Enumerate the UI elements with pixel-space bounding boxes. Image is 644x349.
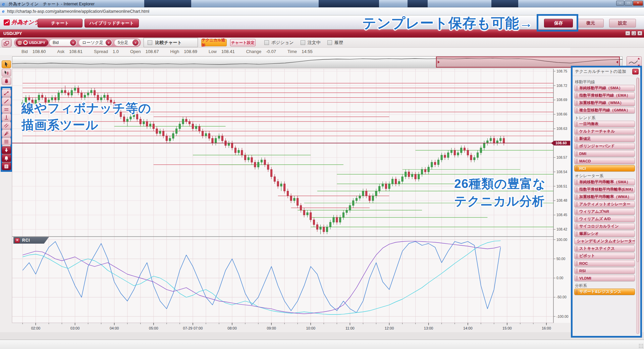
tool-parallel-lines-button[interactable] <box>2 121 11 129</box>
minimize-button[interactable]: – <box>616 1 624 6</box>
quote-value: 1.0 <box>113 49 119 54</box>
tech-indicator-button[interactable]: RCI <box>574 165 635 171</box>
tech-indicator-button[interactable]: アルティメットオシレーター <box>574 201 635 207</box>
tech-indicator-label: VLDMI <box>579 276 591 280</box>
tech-indicator-button[interactable]: ストキャスティクス <box>574 245 635 252</box>
restore-button[interactable]: 復元 <box>578 19 604 28</box>
rci-close-icon[interactable]: × <box>15 238 20 243</box>
tech-indicator-button[interactable]: 指数平滑移動平均乖離率(EMA) <box>574 186 635 193</box>
overlay-checkbox[interactable]: ポジション <box>264 40 294 46</box>
symbol-button[interactable]: USD/JPY <box>16 39 48 46</box>
chart-minimize-icon[interactable]: − <box>625 31 630 36</box>
tech-section-label: トレンド系 <box>575 115 635 120</box>
tech-indicator-button[interactable]: 複合型移動平均線（GMMA） <box>574 107 635 113</box>
price-side-select[interactable]: Bid ∨ <box>49 39 77 46</box>
tech-indicator-label: ピボット <box>579 253 595 258</box>
overlay-checkbox[interactable]: 履歴 <box>327 40 343 46</box>
tech-indicator-button[interactable]: ウィリアムズ%R <box>574 208 635 215</box>
tech-indicator-button[interactable]: 単純移動平均乖離率（SMA） <box>574 179 635 185</box>
tech-indicator-label: DMI <box>579 152 586 156</box>
checkbox-icon[interactable] <box>327 40 332 45</box>
trendline-icon <box>3 90 10 96</box>
tech-indicator-label: RCI <box>579 166 586 170</box>
tech-indicator-label: ROC <box>579 261 588 265</box>
compare-label: 比較チャート <box>155 40 182 46</box>
price-side-value: Bid <box>53 40 59 45</box>
us-flag-icon <box>17 40 22 45</box>
tech-indicator-button[interactable]: 加重移動平均線（WMA） <box>574 100 635 106</box>
scrollbar-thumb[interactable] <box>637 78 639 262</box>
add-technical-button[interactable]: テクニカル追加 <box>201 39 227 46</box>
technical-panel-scrollbar[interactable] <box>636 78 639 334</box>
quote-value: 108.41 <box>221 49 235 54</box>
drag-grip-icon <box>576 93 578 98</box>
chart-settings-button[interactable]: チャート設定 <box>230 39 256 46</box>
tech-indicator-button[interactable]: ボリンジャーバンド <box>574 143 635 149</box>
compare-checkbox[interactable] <box>148 40 152 45</box>
tech-indicator-button[interactable]: 一目均衡表 <box>574 121 635 127</box>
tool-list-panel-button[interactable] <box>2 162 11 170</box>
tech-indicator-button[interactable]: 加重移動平均乖離率（WMA） <box>574 194 635 200</box>
timeframe-select[interactable]: 5分足 ∨ <box>114 39 140 46</box>
tool-compare-window-button[interactable] <box>2 40 11 47</box>
tech-indicator-button[interactable]: ピボット <box>574 253 635 259</box>
logo-icon <box>3 19 10 26</box>
tech-indicator-button[interactable]: サポート&レジスタンス <box>574 289 635 295</box>
tech-indicator-button[interactable]: 篠原レシオ <box>574 231 635 237</box>
checkbox-icon[interactable] <box>301 40 305 45</box>
chart-close-icon[interactable]: × <box>637 31 642 36</box>
chart-type-select[interactable]: ローソク足 ∨ <box>78 39 113 46</box>
checkbox-icon[interactable] <box>264 40 269 45</box>
tool-two-horizontal-lines-button[interactable] <box>2 105 11 113</box>
tech-indicator-button[interactable]: サイコロジカルライン <box>574 223 635 230</box>
range-navigator[interactable] <box>12 56 623 68</box>
tool-fan-lines-button[interactable] <box>2 130 11 137</box>
drag-grip-icon <box>576 86 578 90</box>
drag-grip-icon <box>576 261 578 265</box>
tool-line-button[interactable] <box>2 97 11 105</box>
chart-restore-ic on[interactable]: ❏ <box>631 31 636 36</box>
rci-panel-tab[interactable]: × RCI <box>13 237 49 244</box>
drag-grip-icon <box>576 137 578 141</box>
tech-indicator-button[interactable]: シャンデモメンタムオシレーター <box>574 238 635 244</box>
hand-icon <box>3 78 10 84</box>
page-icon: e <box>2 9 4 13</box>
tech-indicator-button[interactable]: 新値足 <box>574 136 635 142</box>
tech-indicator-button[interactable]: ケルトナーチャネル <box>574 128 635 135</box>
tech-indicator-button[interactable]: RSI <box>574 267 635 274</box>
tool-cursor-move-button[interactable] <box>2 69 11 77</box>
maximize-button[interactable]: □ <box>625 1 633 6</box>
tool-hand-button[interactable] <box>2 77 11 85</box>
compare-chart-toggle[interactable]: 比較チャート <box>144 38 198 47</box>
tool-stacked-lines-button[interactable] <box>2 138 11 145</box>
tech-indicator-button[interactable]: VLDMI <box>574 275 635 281</box>
drag-grip-icon <box>576 268 578 273</box>
tech-indicator-button[interactable]: ウィリアムズ A/D <box>574 216 635 222</box>
checkbox-label: 履歴 <box>334 40 343 46</box>
drag-grip-icon <box>576 108 578 112</box>
close-button[interactable]: × <box>633 1 643 6</box>
quote-value: 108.60 <box>33 49 46 54</box>
tech-indicator-button[interactable]: ROC <box>574 260 635 266</box>
stacked-lines-icon <box>3 138 10 145</box>
tool-alert-bell-button[interactable] <box>2 154 11 162</box>
arrow-down-icon <box>3 147 10 153</box>
tech-indicator-button[interactable]: 単純移動平均線（SMA） <box>574 85 635 91</box>
tech-indicator-button[interactable]: DMI <box>574 150 635 157</box>
tool-cursor-button[interactable] <box>2 60 11 68</box>
resize-grip[interactable] <box>639 344 643 348</box>
chevron-down-icon: ∨ <box>132 40 139 46</box>
url-text: http://chartap.fx-asp.com/gaitameonline/… <box>7 9 149 14</box>
tech-indicator-button[interactable]: MACD <box>574 158 635 164</box>
tech-indicator-button[interactable]: 指数平滑移動平均線（EMA） <box>574 92 635 99</box>
tool-trendline-button[interactable] <box>2 89 11 97</box>
overlay-checkbox[interactable]: 注文中 <box>301 40 321 46</box>
settings-button[interactable]: 設定 <box>609 19 636 28</box>
tool-vertical-line-button[interactable] <box>2 113 11 121</box>
tab-hybrid-chart[interactable]: ハイブリッドチャート <box>85 19 139 28</box>
tech-indicator-label: MACD <box>579 159 591 163</box>
quote-value: 14:55 <box>302 49 313 54</box>
technical-panel-close-icon[interactable]: × <box>632 69 639 74</box>
tab-chart[interactable]: チャート <box>38 19 83 28</box>
tool-arrow-down-button[interactable] <box>2 146 11 154</box>
